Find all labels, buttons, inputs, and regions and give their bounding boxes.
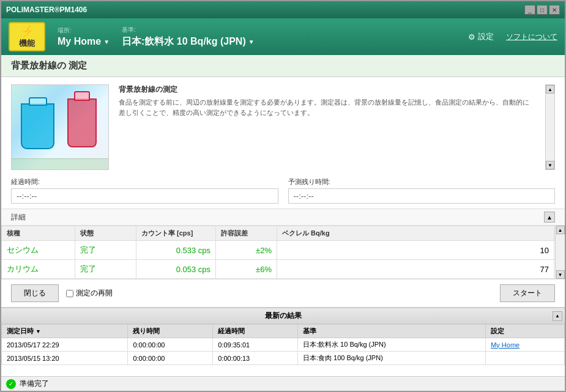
settings-button[interactable]: ⚙ 設定 bbox=[468, 31, 494, 42]
lightning-icon: ⚡ bbox=[20, 24, 34, 38]
result-remaining-2: 0:00:00:00 bbox=[128, 352, 213, 365]
details-section: 詳細 ▲ 核種 状態 カウント率 [cps] 許容誤差 ベクレル Bq/kg bbox=[1, 209, 565, 279]
result-elapsed-1: 0:09:35:01 bbox=[213, 338, 298, 352]
becquerel-cell-1: 10 bbox=[277, 241, 554, 260]
results-title: 最新の結果 bbox=[265, 311, 302, 321]
remaining-field: 予測残り時間: bbox=[288, 177, 556, 204]
close-button[interactable]: ✕ bbox=[549, 5, 560, 15]
elapsed-input[interactable] bbox=[11, 188, 278, 204]
result-location-1[interactable]: My Home bbox=[486, 338, 565, 352]
standard-label: 基準: bbox=[122, 26, 255, 34]
maximize-button[interactable]: □ bbox=[537, 5, 548, 15]
toolbar-right: ⚙ 設定 ソフトについて bbox=[468, 31, 557, 42]
function-button[interactable]: ⚡ 機能 bbox=[9, 22, 45, 51]
nuclide-cell-2: カリウム bbox=[2, 260, 75, 279]
nuclide-cell-1: セシウム bbox=[2, 241, 75, 260]
app-title: POLIMASTER®PM1406 bbox=[6, 6, 87, 14]
remeasure-checkbox[interactable] bbox=[66, 290, 73, 297]
table-scroll-up[interactable]: ▲ bbox=[556, 226, 565, 234]
result-standard-2: 日本:食肉 100 Bq/kg (JPN) bbox=[298, 352, 486, 365]
results-section: 最新の結果 ▲ 測定日時 ▼ 残り時間 経過時間 基準 bbox=[1, 307, 565, 376]
results-col-remaining: 残り時間 bbox=[128, 325, 213, 338]
location-dropdown-icon[interactable]: ▼ bbox=[103, 39, 110, 45]
status-bar: ✓ 準備完了 bbox=[1, 376, 565, 391]
table-row: セシウム 完了 0.533 cps ±2% 10 bbox=[2, 241, 565, 260]
title-bar-left: POLIMASTER®PM1406 bbox=[6, 6, 87, 14]
details-table-wrapper: 核種 状態 カウント率 [cps] 許容誤差 ベクレル Bq/kg セシウム 完… bbox=[1, 226, 565, 279]
results-table: 測定日時 ▼ 残り時間 経過時間 基準 設定 2013/05/17 22:29 bbox=[1, 324, 565, 365]
standard-value-container: 日本:飲料水 10 Bq/kg (JPN) ▼ bbox=[122, 35, 255, 48]
toolbar: ⚡ 機能 場所: My Home ▼ 基準: 日本:飲料水 10 Bq/kg (… bbox=[1, 18, 565, 55]
remeasure-label: 測定の再開 bbox=[76, 288, 113, 298]
status-ready-icon: ✓ bbox=[6, 379, 16, 389]
result-standard-1: 日本:飲料水 10 Bq/kg (JPN) bbox=[298, 338, 486, 352]
cps-cell-2: 0.053 cps bbox=[136, 260, 216, 279]
result-location-2 bbox=[486, 352, 565, 365]
status-cell-1: 完了 bbox=[75, 241, 136, 260]
standard-value: 日本:飲料水 10 Bq/kg (JPN) bbox=[122, 35, 246, 48]
col-header-becquerel: ベクレル Bq/kg bbox=[277, 226, 554, 241]
main-content: 背景放射線の 測定 bbox=[1, 55, 565, 391]
results-table-wrapper: 測定日時 ▼ 残り時間 経過時間 基準 設定 2013/05/17 22:29 bbox=[1, 324, 565, 376]
standard-dropdown-icon[interactable]: ▼ bbox=[248, 39, 255, 45]
window-controls: _ □ ✕ bbox=[524, 5, 560, 15]
minimize-button[interactable]: _ bbox=[524, 5, 535, 15]
standard-section: 基準: 日本:飲料水 10 Bq/kg (JPN) ▼ bbox=[122, 26, 255, 48]
section-title: 背景放射線の 測定 bbox=[11, 60, 87, 70]
result-row-1: 2013/05/17 22:29 0:00:00:00 0:09:35:01 日… bbox=[2, 338, 565, 352]
remaining-label: 予測残り時間: bbox=[288, 177, 556, 187]
section-header: 背景放射線の 測定 bbox=[1, 55, 565, 77]
results-col-date: 測定日時 ▼ bbox=[2, 325, 128, 338]
details-toggle-button[interactable]: ▲ bbox=[544, 212, 555, 223]
table-scrollbar[interactable]: ▲ ▼ bbox=[555, 226, 565, 279]
col-header-status: 状態 bbox=[75, 226, 136, 241]
becquerel-cell-2: 77 bbox=[277, 260, 554, 279]
cps-cell-1: 0.533 cps bbox=[136, 241, 216, 260]
result-row-2: 2013/05/15 13:20 0:00:00:00 0:00:00:13 日… bbox=[2, 352, 565, 365]
location-value: My Home bbox=[58, 36, 101, 47]
close-button[interactable]: 閉じる bbox=[11, 284, 59, 302]
status-cell-2: 完了 bbox=[75, 260, 136, 279]
details-title: 詳細 bbox=[11, 212, 26, 223]
action-bar: 閉じる 測定の再開 スタート bbox=[1, 279, 565, 307]
description-title: 背景放射線の測定 bbox=[119, 84, 535, 95]
func-label: 機能 bbox=[19, 38, 35, 49]
about-link[interactable]: ソフトについて bbox=[506, 32, 557, 42]
scroll-up-arrow[interactable]: ▲ bbox=[546, 85, 554, 94]
location-value-container: My Home ▼ bbox=[58, 36, 110, 47]
description-text: 食品を測定する前に、周辺の放射線量を測定する必要があります。測定器は、背景の放射… bbox=[119, 97, 535, 117]
settings-label: 設定 bbox=[478, 31, 494, 42]
location-section: 場所: My Home ▼ bbox=[58, 26, 110, 47]
status-text: 準備完了 bbox=[20, 379, 49, 389]
remeasure-checkbox-label[interactable]: 測定の再開 bbox=[66, 288, 113, 298]
location-label: 場所: bbox=[58, 26, 110, 35]
result-date-1: 2013/05/17 22:29 bbox=[2, 338, 128, 352]
results-col-elapsed: 経過時間 bbox=[213, 325, 298, 338]
details-header: 詳細 ▲ bbox=[1, 209, 565, 226]
col-header-nuclide: 核種 bbox=[2, 226, 75, 241]
description-scrollbar[interactable]: ▲ ▼ bbox=[545, 84, 555, 170]
result-remaining-1: 0:00:00:00 bbox=[128, 338, 213, 352]
settings-gear-icon: ⚙ bbox=[468, 32, 475, 42]
remaining-input[interactable] bbox=[288, 188, 556, 204]
details-table: 核種 状態 カウント率 [cps] 許容誤差 ベクレル Bq/kg セシウム 完… bbox=[1, 226, 565, 279]
tolerance-cell-2: ±6% bbox=[216, 260, 277, 279]
scroll-down-arrow[interactable]: ▼ bbox=[546, 161, 554, 169]
tolerance-cell-1: ±2% bbox=[216, 241, 277, 260]
table-scroll-down[interactable]: ▼ bbox=[556, 270, 565, 279]
food-image bbox=[11, 84, 109, 170]
description-area: 背景放射線の測定 食品を測定する前に、周辺の放射線量を測定する必要があります。測… bbox=[119, 84, 535, 170]
result-elapsed-2: 0:00:00:13 bbox=[213, 352, 298, 365]
measurement-area: 背景放射線の測定 食品を測定する前に、周辺の放射線量を測定する必要があります。測… bbox=[1, 77, 565, 177]
table-row: カリウム 完了 0.053 cps ±6% 77 bbox=[2, 260, 565, 279]
sort-arrow-icon: ▼ bbox=[35, 328, 41, 335]
col-header-tolerance: 許容誤差 bbox=[216, 226, 277, 241]
results-col-location: 設定 bbox=[486, 325, 565, 338]
col-header-cps: カウント率 [cps] bbox=[136, 226, 216, 241]
results-scroll-up[interactable]: ▲ bbox=[553, 311, 562, 321]
elapsed-label: 経過時間: bbox=[11, 177, 278, 187]
food-image-inner bbox=[12, 85, 108, 169]
start-button[interactable]: スタート bbox=[500, 284, 555, 302]
elapsed-field: 経過時間: bbox=[11, 177, 278, 204]
results-header-bar: 最新の結果 ▲ bbox=[1, 308, 565, 324]
